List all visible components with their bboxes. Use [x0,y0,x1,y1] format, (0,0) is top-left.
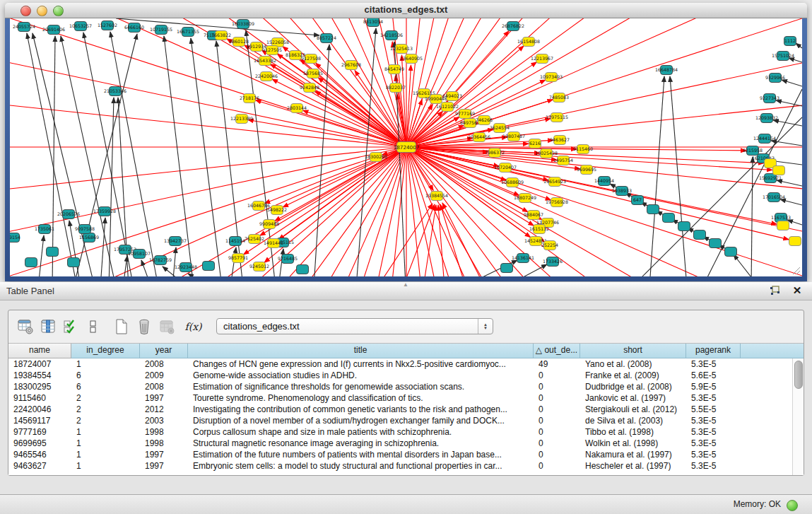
graph-node[interactable] [501,264,513,273]
cell-title[interactable]: Changes of HCN gene expression and I(f) … [188,358,534,370]
graph-node[interactable] [694,230,706,240]
graph-node[interactable] [297,265,309,274]
cell-title[interactable]: Estimation of significance thresholds fo… [188,381,534,392]
cell-year[interactable]: 2012 [140,404,188,415]
cell-name[interactable]: 9777169 [8,426,71,438]
cell-name[interactable]: 14569117 [8,415,71,426]
row-check-button[interactable] [61,317,80,336]
network-canvas-svg[interactable]: 2405572420691406106532571527602646616010… [10,18,802,276]
table-panel-titlebar[interactable]: Table Panel ▲ ✕ [0,282,812,300]
cell-out-de-[interactable]: 49 [534,358,580,370]
cell-in-degree[interactable]: 6 [71,370,140,381]
cell-short[interactable]: Tibbo et al. (1998) [580,426,686,438]
cell-in-degree[interactable]: 1 [71,438,140,449]
graph-node[interactable] [725,247,737,257]
cell-name[interactable]: 9463627 [8,460,71,472]
graph-node[interactable] [789,237,801,246]
scrollbar-thumb[interactable] [794,361,803,389]
cell-out-de-[interactable]: 0 [534,438,580,449]
table-row[interactable]: 2242004622012Investigating the contribut… [8,404,793,415]
cell-short[interactable]: Jankovic et al. (1997) [580,392,686,404]
cell-year[interactable]: 2008 [140,381,188,392]
canvas-resize-grip[interactable] [793,267,800,274]
cell-title[interactable]: Investigating the contribution of common… [188,404,534,415]
table-row[interactable]: 1872400712008Changes of HCN gene express… [8,358,793,370]
column-header-short[interactable]: short [580,344,686,358]
cell-title[interactable]: Estimation of the future numbers of pati… [188,449,534,460]
close-window-button[interactable] [20,6,31,16]
graph-node[interactable] [710,239,722,248]
cell-title[interactable]: Genome-wide association studies in ADHD. [188,370,534,381]
graph-node[interactable] [678,222,690,231]
cell-in-degree[interactable]: 6 [71,381,140,392]
zoom-window-button[interactable] [53,6,64,16]
cell-out-de-[interactable]: 0 [534,415,580,426]
cell-pagerank[interactable]: 5.5E-5 [686,404,741,415]
cell-year[interactable]: 1997 [140,460,188,472]
cell-out-de-[interactable]: 0 [534,460,580,472]
column-header-year[interactable]: year [140,344,188,358]
graph-node[interactable] [68,258,80,267]
table-row[interactable]: 911546021997Tourette syndrome. Phenomeno… [8,392,793,404]
column-header-name[interactable]: name [8,344,71,358]
cell-year[interactable]: 2008 [140,358,188,370]
cell-name[interactable]: 9699695 [8,438,71,449]
graph-node[interactable] [773,166,785,175]
cell-title[interactable]: Disruption of a novel member of a sodium… [188,415,534,426]
cell-short[interactable]: Dudbridge et al. (2008) [580,381,686,392]
table-row[interactable]: 977716911998Corpus callosum shape and si… [8,426,793,438]
cell-year[interactable]: 2003 [140,415,188,426]
cell-pagerank[interactable]: 5.3E-5 [686,415,741,426]
new-document-button[interactable] [112,317,131,336]
cell-pagerank[interactable]: 5.3E-5 [686,426,741,438]
cell-name[interactable]: 9465546 [8,449,71,460]
cell-pagerank[interactable]: 5.6E-5 [686,370,741,381]
cell-pagerank[interactable]: 5.3E-5 [686,438,741,449]
delete-button[interactable] [134,317,153,336]
cell-short[interactable]: Yano et al. (2008) [580,358,686,370]
cell-title[interactable]: Corpus callosum shape and size in male p… [188,426,534,438]
cell-short[interactable]: de Silva et al. (2003) [580,415,686,426]
function-builder-button[interactable]: f(x) [184,317,203,336]
cell-in-degree[interactable]: 1 [71,358,140,370]
column-header-pagerank[interactable]: pagerank [686,344,741,358]
cell-name[interactable]: 18300295 [8,381,71,392]
cell-out-de-[interactable]: 0 [534,370,580,381]
cell-out-de-[interactable]: 0 [534,404,580,415]
table-row[interactable]: 1830029562008Estimation of significance … [8,381,793,392]
cell-name[interactable]: 19384554 [8,370,71,381]
graph-node[interactable] [203,262,215,271]
cell-in-degree[interactable]: 2 [71,392,140,404]
cell-year[interactable]: 1998 [140,426,188,438]
table-row[interactable]: 946362711997Embryonic stem cells: a mode… [8,460,793,472]
graph-node[interactable] [647,205,659,214]
cell-out-de-[interactable]: 0 [534,426,580,438]
cell-short[interactable]: Hescheler et al. (1997) [580,460,686,472]
vertical-scrollbar[interactable] [792,358,804,475]
window-titlebar[interactable]: citations_edges.txt [5,3,807,18]
cell-in-degree[interactable]: 2 [71,404,140,415]
cell-pagerank[interactable]: 5.3E-5 [686,392,741,404]
graph-node[interactable] [25,258,37,267]
rows-button[interactable] [83,317,102,336]
cell-out-de-[interactable]: 0 [534,381,580,392]
float-panel-icon[interactable] [768,284,781,297]
cell-name[interactable]: 9115460 [8,392,71,404]
cell-pagerank[interactable]: 5.3E-5 [686,358,741,370]
close-panel-icon[interactable]: ✕ [791,284,804,297]
cell-year[interactable]: 1997 [140,392,188,404]
cell-pagerank[interactable]: 5.9E-5 [686,381,741,392]
cell-name[interactable]: 18724007 [8,358,71,370]
cell-pagerank[interactable]: 5.3E-5 [686,460,741,472]
cell-short[interactable]: Wolkin et al. (1998) [580,438,686,449]
cell-short[interactable]: Stergiakouli et al. (2012) [580,404,686,415]
cell-pagerank[interactable]: 5.3E-5 [686,449,741,460]
network-canvas[interactable]: 2405572420691406106532571527602646616010… [10,18,802,276]
column-header-in-degree[interactable]: in_degree [71,344,140,358]
graph-node[interactable] [47,247,59,257]
cell-out-de-[interactable]: 0 [534,392,580,404]
cell-title[interactable]: Tourette syndrome. Phenomenology and cla… [188,392,534,404]
cell-year[interactable]: 1998 [140,438,188,449]
column-header-title[interactable]: title [188,344,534,358]
cell-year[interactable]: 2009 [140,370,188,381]
